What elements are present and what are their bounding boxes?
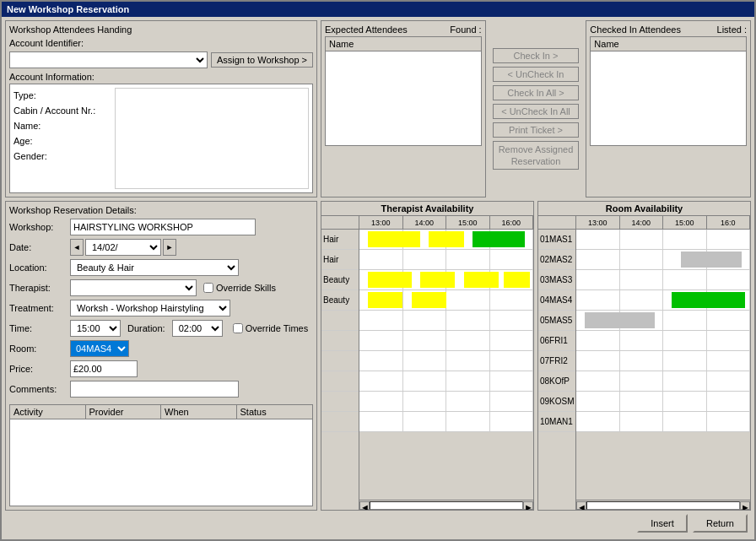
location-select[interactable]: Beauty & Hair <box>70 259 239 276</box>
therapist-avail-row <box>359 392 533 412</box>
therapist-avail-panel: Therapist Availability HairHairBeautyBea… <box>321 201 534 511</box>
therapist-avail-row <box>359 371 533 392</box>
therapist-block-yellow <box>464 272 499 288</box>
status-col-header: Status <box>237 405 313 419</box>
print-ticket-button[interactable]: Print Ticket > <box>493 122 580 138</box>
cabin-label: Cabin / Account Nr.: <box>14 103 108 118</box>
room-hscroll[interactable] <box>586 501 740 510</box>
room-row-label: 06FRI1 <box>538 331 575 351</box>
room-row-label: 09KOSM <box>538 392 575 412</box>
room-block-gray <box>681 252 742 268</box>
attendees-panel-title: Workshop Attendees Handing <box>9 24 313 35</box>
location-label: Location: <box>9 262 70 273</box>
therapist-row-label: Hair <box>321 230 359 250</box>
room-block-gray <box>585 312 654 328</box>
listed-label: Listed : <box>717 24 747 35</box>
room-row-label: 04MAS4 <box>538 290 575 311</box>
room-avail-rows <box>576 230 750 500</box>
expected-attendees-table: Name <box>325 36 482 146</box>
account-info-label: Account Information: <box>9 72 94 82</box>
assign-to-workshop-button[interactable]: Assign to Workshop > <box>211 52 313 68</box>
therapist-avail-title: Therapist Availability <box>321 202 533 216</box>
treatment-select[interactable]: Worksh - Workshop Hairstyling <box>70 300 230 316</box>
duration-select[interactable]: 02:00 <box>172 320 223 337</box>
therapist-row-label <box>321 392 359 412</box>
therapist-row-label: Beauty <box>321 270 359 290</box>
date-prev-button[interactable]: ◄ <box>70 239 84 256</box>
name-label: Name: <box>14 118 108 133</box>
room-block-green <box>672 292 745 308</box>
room-row-label: 01MAS1 <box>538 230 575 250</box>
checkin-all-button[interactable]: Check In All > <box>493 85 580 100</box>
room-row-label: 02MAS2 <box>538 250 575 270</box>
room-avail-row <box>576 290 750 311</box>
workshop-input[interactable] <box>70 219 256 235</box>
therapist-avail-row <box>359 311 533 331</box>
expected-attendees-panel: Expected Attendees Found : Name <box>321 20 486 197</box>
price-input[interactable] <box>70 360 138 377</box>
workshop-label: Workshop: <box>9 222 70 232</box>
room-avail-row <box>576 392 750 412</box>
room-row-label: 05MAS5 <box>538 311 575 331</box>
room-row-label: 07FRI2 <box>538 351 575 371</box>
therapist-row-label <box>321 412 359 432</box>
therapist-avail-row <box>359 250 533 270</box>
override-skills-checkbox[interactable] <box>203 283 213 293</box>
duration-label: Duration: <box>127 323 165 333</box>
therapist-select[interactable] <box>70 279 197 296</box>
provider-col-header: Provider <box>86 405 162 419</box>
insert-button[interactable]: Insert <box>637 514 688 533</box>
checked-attendees-table: Name <box>590 36 747 146</box>
therapist-scroll-left[interactable]: ◄ <box>359 501 370 510</box>
comments-label: Comments: <box>9 384 70 394</box>
comments-input[interactable] <box>70 381 239 398</box>
availability-section: Therapist Availability HairHairBeautyBea… <box>321 201 751 511</box>
remove-button[interactable]: Remove Assigned Reservation <box>493 141 580 170</box>
account-info-box: Type: Cabin / Account Nr.: Name: Age: Ge… <box>9 84 313 193</box>
therapist-scroll-right[interactable]: ► <box>523 501 533 510</box>
room-avail-row <box>576 371 750 392</box>
date-select[interactable]: 14/02/ <box>85 239 161 256</box>
date-label: Date: <box>9 242 70 252</box>
therapist-row-label <box>321 351 359 371</box>
time-select[interactable]: 15:00 <box>70 320 121 337</box>
middle-buttons-group: Check In > < UnCheck In Check In All > <… <box>489 20 583 197</box>
therapist-row-label <box>321 371 359 392</box>
room-label: Room: <box>9 344 70 354</box>
room-avail-title: Room Availability <box>538 202 750 216</box>
treatment-label: Treatment: <box>9 303 70 313</box>
room-time-header: 13:0014:0015:0016:0 <box>576 216 750 230</box>
uncheckin-all-button[interactable]: < UnCheck In All <box>493 104 580 119</box>
override-skills-label: Override Skills <box>216 283 276 293</box>
therapist-block-yellow <box>368 231 420 247</box>
room-scroll-right[interactable]: ► <box>740 501 750 510</box>
window-title: New Workshop Reservation <box>7 4 129 14</box>
therapist-avail-labels: HairHairBeautyBeauty <box>321 216 359 510</box>
therapist-block-yellow <box>368 272 412 288</box>
room-avail-row <box>576 311 750 331</box>
attendees-handling-panel: Workshop Attendees Handing Account Ident… <box>5 20 317 197</box>
return-button[interactable]: Return <box>693 514 748 533</box>
therapist-hscroll[interactable] <box>370 501 523 510</box>
override-times-label: Override Times <box>246 323 309 333</box>
room-avail-panel: Room Availability 01MAS102MAS203MAS304MA… <box>537 201 751 511</box>
price-label: Price: <box>9 364 70 374</box>
uncheckin-button[interactable]: < UnCheck In <box>493 67 580 82</box>
override-times-checkbox[interactable] <box>233 323 243 333</box>
room-avail-row <box>576 230 750 250</box>
found-label: Found : <box>450 24 481 35</box>
room-scroll-left[interactable]: ◄ <box>576 501 586 510</box>
gender-label: Gender: <box>14 149 108 164</box>
therapist-block-yellow <box>429 231 463 247</box>
checkin-button[interactable]: Check In > <box>493 48 580 63</box>
therapist-row-label <box>321 331 359 351</box>
account-identifier-label: Account Identifier: <box>9 38 84 48</box>
room-select[interactable]: 04MAS4 <box>70 340 129 357</box>
checked-attendees-panel: Checked In Attendees Listed : Name <box>586 20 751 197</box>
account-info-values <box>115 88 309 189</box>
when-col-header: When <box>161 405 237 419</box>
room-avail-row <box>576 270 750 290</box>
therapist-avail-row <box>359 230 533 250</box>
date-next-button[interactable]: ► <box>163 239 176 256</box>
account-identifier-select[interactable] <box>9 51 208 68</box>
